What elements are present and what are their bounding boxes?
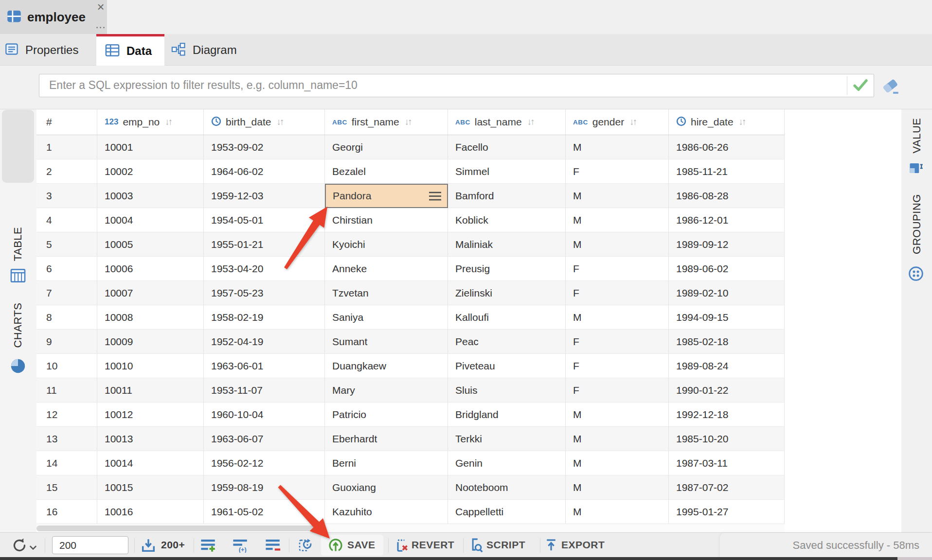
table-cell[interactable]: Peac <box>448 330 566 353</box>
table-cell[interactable]: 1987-07-02 <box>669 475 785 499</box>
table-cell[interactable]: 1959-08-19 <box>204 475 325 499</box>
column-header-gender[interactable]: ABCgender↓↑ <box>566 109 669 135</box>
table-cell[interactable]: Sumant <box>325 330 448 353</box>
table-cell[interactable]: 1959-12-03 <box>204 184 325 208</box>
table-cell[interactable]: Chirstian <box>325 208 448 232</box>
row-number-cell[interactable]: 16 <box>36 500 97 524</box>
row-number-cell[interactable]: 6 <box>36 257 97 280</box>
row-number-cell[interactable]: 2 <box>36 159 97 183</box>
row-number-cell[interactable]: 14 <box>36 451 97 475</box>
table-cell[interactable]: Preusig <box>448 257 566 280</box>
table-cell[interactable]: 10016 <box>97 500 204 524</box>
table-cell[interactable]: Saniya <box>325 305 448 329</box>
table-cell[interactable]: Koblick <box>448 208 566 232</box>
add-row-icon[interactable] <box>200 538 217 555</box>
table-cell[interactable]: Bamford <box>448 184 566 208</box>
table-cell[interactable]: 1953-04-20 <box>204 257 325 280</box>
table-cell[interactable]: Genin <box>448 451 566 475</box>
table-cell[interactable]: F <box>566 257 669 280</box>
table-cell[interactable]: F <box>566 281 669 305</box>
table-cell[interactable]: 10003 <box>97 184 204 208</box>
table-cell[interactable]: 1953-09-02 <box>204 135 325 159</box>
row-number-cell[interactable]: 13 <box>36 427 97 451</box>
table-cell[interactable]: Terkki <box>448 427 566 451</box>
table-cell[interactable]: 1995-01-27 <box>669 500 785 524</box>
script-icon[interactable] <box>468 537 484 555</box>
table-cell[interactable]: 1987-03-11 <box>669 451 785 475</box>
table-cell[interactable]: Maliniak <box>448 232 566 256</box>
row-number-cell[interactable]: 10 <box>36 354 97 378</box>
table-cell[interactable]: 1960-10-04 <box>204 402 325 426</box>
delete-row-icon[interactable] <box>265 538 282 555</box>
table-cell[interactable]: 10010 <box>97 354 204 378</box>
row-number-cell[interactable]: 7 <box>36 281 97 305</box>
table-cell[interactable]: 1989-06-02 <box>669 257 785 280</box>
table-cell[interactable]: F <box>566 330 669 353</box>
table-cell[interactable]: F <box>566 354 669 378</box>
table-cell[interactable]: Duangkaew <box>325 354 448 378</box>
table-cell[interactable]: 10015 <box>97 475 204 499</box>
sql-filter-input[interactable]: Enter a SQL expression to filter results… <box>39 74 874 97</box>
row-number-cell[interactable]: 12 <box>36 402 97 426</box>
export-icon[interactable] <box>544 537 558 555</box>
table-cell[interactable]: 1955-01-21 <box>204 232 325 256</box>
table-cell[interactable]: M <box>566 475 669 499</box>
save-icon[interactable] <box>328 537 343 555</box>
table-cell[interactable]: M <box>566 232 669 256</box>
table-cell[interactable]: Sluis <box>448 378 566 402</box>
table-cell[interactable]: 10006 <box>97 257 204 280</box>
table-cell[interactable]: 10001 <box>97 135 204 159</box>
rail-tab-table[interactable]: TABLE <box>12 227 24 262</box>
table-cell[interactable]: 10008 <box>97 305 204 329</box>
column-header-first_name[interactable]: ABCfirst_name↓↑ <box>325 109 448 135</box>
table-cell[interactable]: Bezalel <box>325 159 448 183</box>
close-icon[interactable]: × <box>94 0 108 14</box>
table-cell[interactable]: Piveteau <box>448 354 566 378</box>
sort-icon[interactable]: ↓↑ <box>405 117 411 127</box>
table-cell[interactable]: 1986-12-01 <box>669 208 785 232</box>
table-cell[interactable]: 1990-01-22 <box>669 378 785 402</box>
row-number-cell[interactable]: 9 <box>36 330 97 353</box>
row-number-cell[interactable]: 15 <box>36 475 97 499</box>
table-cell[interactable]: Nooteboom <box>448 475 566 499</box>
value-panel-icon[interactable] <box>909 161 923 177</box>
table-cell[interactable]: 1985-11-21 <box>669 159 785 183</box>
table-cell[interactable]: Berni <box>325 451 448 475</box>
column-header-hire_date[interactable]: hire_date↓↑ <box>669 109 785 135</box>
table-cell[interactable]: 10005 <box>97 232 204 256</box>
revert-button[interactable]: REVERT <box>412 539 454 551</box>
clear-filter-eraser-icon[interactable] <box>881 77 901 97</box>
tab-properties[interactable]: Properties <box>0 34 96 66</box>
table-cell[interactable]: 1986-08-28 <box>669 184 785 208</box>
table-cell[interactable]: Eberhardt <box>325 427 448 451</box>
table-cell[interactable]: Tzvetan <box>325 281 448 305</box>
save-button[interactable]: SAVE <box>347 539 376 551</box>
table-cell[interactable]: F <box>566 159 669 183</box>
table-cell[interactable]: 1989-09-12 <box>669 232 785 256</box>
sort-icon[interactable]: ↓↑ <box>739 117 745 127</box>
table-cell[interactable]: 1985-02-18 <box>669 330 785 353</box>
table-cell[interactable]: 10004 <box>97 208 204 232</box>
table-cell[interactable]: 1989-02-10 <box>669 281 785 305</box>
table-cell[interactable]: 1957-05-23 <box>204 281 325 305</box>
table-cell[interactable]: Kyoichi <box>325 232 448 256</box>
table-cell[interactable]: Anneke <box>325 257 448 280</box>
table-cell[interactable]: 1986-06-26 <box>669 135 785 159</box>
row-number-cell[interactable]: 5 <box>36 232 97 256</box>
table-cell[interactable]: 10011 <box>97 378 204 402</box>
tab-data[interactable]: Data <box>96 34 164 66</box>
table-cell[interactable]: M <box>566 427 669 451</box>
table-cell[interactable]: 1994-09-15 <box>669 305 785 329</box>
table-cell[interactable]: Facello <box>448 135 566 159</box>
table-tab-employee[interactable]: employee <box>0 0 107 34</box>
table-cell[interactable]: 1956-02-12 <box>204 451 325 475</box>
more-icon[interactable]: … <box>94 18 108 30</box>
table-cell[interactable]: 10009 <box>97 330 204 353</box>
table-cell[interactable]: 1963-06-07 <box>204 427 325 451</box>
table-cell[interactable]: Bridgland <box>448 402 566 426</box>
table-cell[interactable]: 1985-10-20 <box>669 427 785 451</box>
table-cell[interactable]: 1953-11-07 <box>204 378 325 402</box>
table-cell[interactable]: M <box>566 184 669 208</box>
column-header-birth_date[interactable]: birth_date↓↑ <box>204 109 325 135</box>
column-header-rownum[interactable]: # <box>36 109 97 135</box>
